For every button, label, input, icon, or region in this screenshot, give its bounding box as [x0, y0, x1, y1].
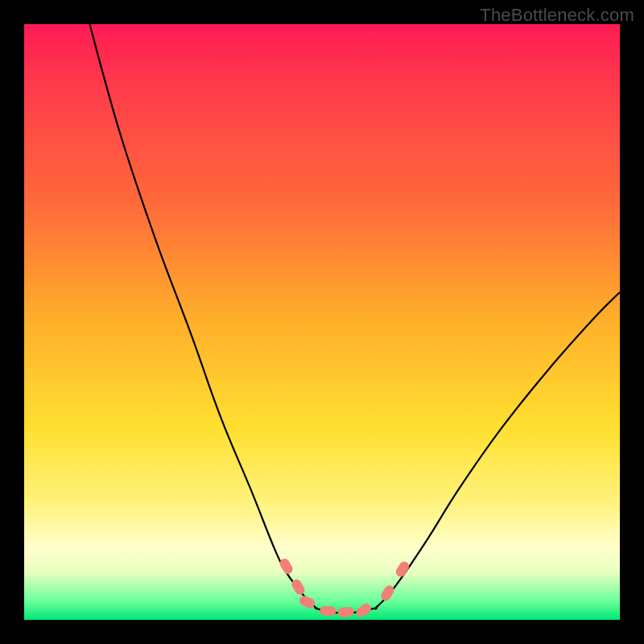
curve-marker [337, 606, 354, 617]
curve-marker [320, 605, 336, 616]
watermark-text: TheBottleneck.com [480, 5, 634, 26]
curve-marker [290, 578, 307, 597]
plot-area [24, 24, 620, 620]
curve-marker [298, 594, 316, 609]
bottleneck-curve [89, 24, 620, 613]
curve-marker [354, 601, 373, 618]
curve-marker [379, 584, 396, 602]
chart-frame: TheBottleneck.com [0, 0, 644, 644]
chart-svg [24, 24, 620, 620]
curve-group [89, 24, 620, 613]
curve-marker [394, 559, 411, 578]
curve-marker [278, 557, 294, 576]
marker-group [278, 557, 411, 619]
